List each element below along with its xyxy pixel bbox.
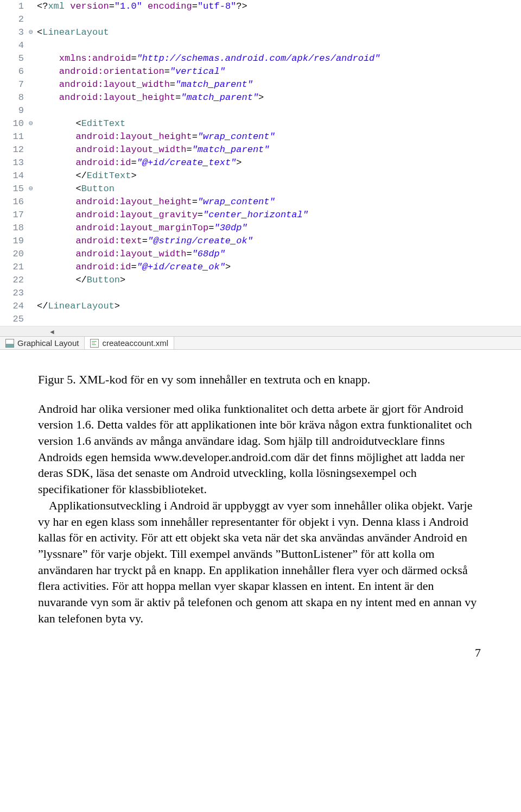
code-content[interactable] [36,104,37,117]
code-line[interactable]: 19 android:text="@string/create_ok" [0,235,521,248]
code-content[interactable]: <Button [36,182,115,196]
code-content[interactable]: android:layout_width="match_parent" [36,143,270,156]
layout-icon [5,339,14,348]
code-line[interactable]: 11 android:layout_height="wrap_content" [0,130,521,143]
code-content[interactable]: android:layout_height="match_parent"> [36,91,264,104]
fold-toggle [26,130,36,143]
code-line[interactable]: 7 android:layout_width="match_parent" [0,78,521,91]
code-content[interactable]: <EditText [36,117,125,130]
line-number: 13 [0,156,26,169]
code-content[interactable] [36,39,37,52]
fold-toggle [26,91,36,104]
fold-toggle [26,222,36,235]
code-line[interactable]: 20 android:layout_width="68dp" [0,248,521,261]
line-number: 25 [0,313,26,326]
line-number: 19 [0,235,26,248]
line-number: 12 [0,143,26,156]
code-line[interactable]: 9 [0,104,521,117]
line-number: 8 [0,91,26,104]
fold-toggle [26,235,36,248]
line-number: 6 [0,65,26,78]
code-line[interactable]: 5 xmlns:android="http://schemas.android.… [0,52,521,65]
code-line[interactable]: 24</LinearLayout> [0,300,521,313]
fold-toggle [26,313,36,326]
fold-toggle [26,78,36,91]
figure-caption: Figur 5. XML-kod för en vy som innehålle… [38,372,483,388]
fold-toggle [26,39,36,52]
fold-toggle [26,0,36,13]
code-line[interactable]: 21 android:id="@+id/create_ok"> [0,261,521,274]
code-content[interactable]: android:text="@string/create_ok" [36,235,253,248]
fold-toggle [26,52,36,65]
code-line[interactable]: 14 </EditText> [0,169,521,182]
line-number: 3 [0,26,26,39]
line-number: 15 [0,182,26,196]
code-content[interactable] [36,313,37,326]
code-content[interactable]: android:layout_height="wrap_content" [36,130,275,143]
fold-toggle [26,13,36,26]
line-number: 17 [0,209,26,222]
code-content[interactable]: android:layout_gravity="center_horizonta… [36,209,308,222]
fold-toggle[interactable]: ⊖ [26,117,36,130]
code-line[interactable]: 13 android:id="@+id/create_text"> [0,156,521,169]
code-line[interactable]: 18 android:layout_marginTop="30dp" [0,222,521,235]
page-number: 7 [0,643,521,666]
tab-graphical-layout[interactable]: Graphical Layout [0,337,85,349]
code-content[interactable]: </LinearLayout> [36,300,120,313]
xml-file-icon [90,339,99,348]
code-line[interactable]: 3⊖<LinearLayout [0,26,521,39]
code-line[interactable]: 15⊖ <Button [0,182,521,196]
code-editor[interactable]: 1<?xml version="1.0" encoding="utf-8"?>2… [0,0,521,326]
fold-toggle [26,274,36,287]
paragraph: Applikationsutveckling i Android är uppb… [38,498,483,627]
document-body: Figur 5. XML-kod för en vy som innehålle… [0,350,521,643]
fold-toggle [26,65,36,78]
code-line[interactable]: 2 [0,13,521,26]
code-content[interactable]: android:id="@+id/create_ok"> [36,261,231,274]
paragraph: Android har olika versioner med olika fu… [38,401,483,498]
code-line[interactable]: 17 android:layout_gravity="center_horizo… [0,209,521,222]
code-content[interactable]: android:layout_height="wrap_content" [36,196,275,209]
code-line[interactable]: 10⊖ <EditText [0,117,521,130]
line-number: 16 [0,196,26,209]
scroll-left-arrow[interactable]: ◄ [49,328,55,336]
code-content[interactable] [36,13,37,26]
fold-toggle[interactable]: ⊖ [26,26,36,39]
fold-toggle [26,169,36,182]
line-number: 20 [0,248,26,261]
line-number: 21 [0,261,26,274]
line-number: 18 [0,222,26,235]
tab-label: Graphical Layout [17,338,79,348]
code-content[interactable]: android:layout_marginTop="30dp" [36,222,247,235]
code-content[interactable]: <LinearLayout [36,26,109,39]
line-number: 24 [0,300,26,313]
code-content[interactable]: xmlns:android="http://schemas.android.co… [36,52,380,65]
code-content[interactable]: android:layout_width="match_parent" [36,78,253,91]
fold-toggle [26,143,36,156]
code-line[interactable]: 22 </Button> [0,274,521,287]
line-number: 23 [0,287,26,300]
code-content[interactable]: android:orientation="vertical" [36,65,225,78]
tab-xml-file[interactable]: createaccount.xml [85,337,174,349]
code-line[interactable]: 16 android:layout_height="wrap_content" [0,196,521,209]
code-content[interactable]: android:id="@+id/create_text"> [36,156,242,169]
code-line[interactable]: 8 android:layout_height="match_parent"> [0,91,521,104]
line-number: 2 [0,13,26,26]
code-content[interactable]: </EditText> [36,169,137,182]
line-number: 5 [0,52,26,65]
code-line[interactable]: 25 [0,313,521,326]
line-number: 9 [0,104,26,117]
code-line[interactable]: 6 android:orientation="vertical" [0,65,521,78]
code-content[interactable]: <?xml version="1.0" encoding="utf-8"?> [36,0,247,13]
code-content[interactable]: android:layout_width="68dp" [36,248,225,261]
fold-toggle [26,261,36,274]
code-line[interactable]: 23 [0,287,521,300]
code-content[interactable] [36,287,37,300]
fold-toggle[interactable]: ⊖ [26,182,36,196]
horizontal-scrollbar[interactable]: ◄ [0,326,521,336]
fold-toggle [26,196,36,209]
code-line[interactable]: 12 android:layout_width="match_parent" [0,143,521,156]
code-line[interactable]: 4 [0,39,521,52]
code-content[interactable]: </Button> [36,274,125,287]
code-line[interactable]: 1<?xml version="1.0" encoding="utf-8"?> [0,0,521,13]
